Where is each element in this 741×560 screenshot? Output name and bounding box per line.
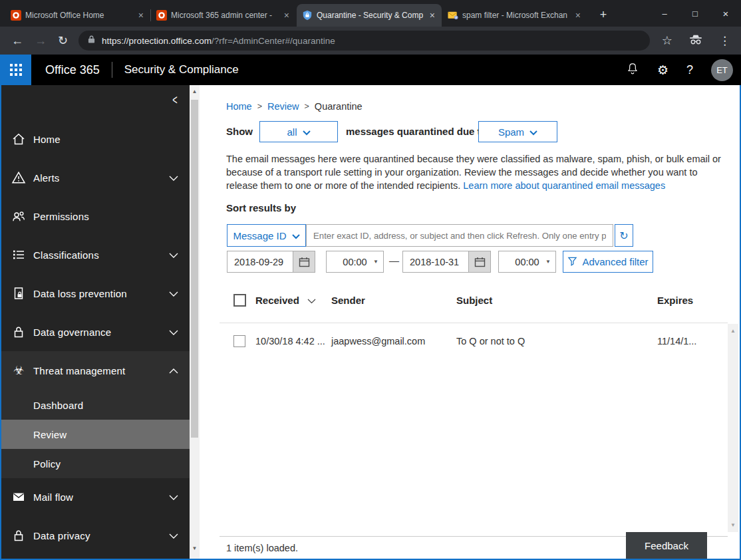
row-checkbox[interactable] <box>233 335 245 347</box>
sidebar-item-alerts[interactable]: Alerts <box>0 163 190 192</box>
sidebar-item-home[interactable]: Home <box>0 124 190 154</box>
calendar-icon[interactable] <box>293 251 315 273</box>
column-header-subject[interactable]: Subject <box>456 295 492 306</box>
advanced-filter-label: Advanced filter <box>582 256 648 267</box>
browser-tab-office-home[interactable]: Microsoft Office Home × <box>5 4 150 27</box>
column-header-expires[interactable]: Expires <box>657 295 693 306</box>
collapse-nav-icon[interactable]: < <box>172 93 177 108</box>
sidebar-item-review-selected[interactable]: Review <box>0 420 190 449</box>
bookmark-star-icon[interactable]: ☆ <box>662 35 672 47</box>
refresh-icon: ↻ <box>619 229 628 242</box>
scroll-up-icon[interactable]: ▲ <box>728 328 738 334</box>
table-scrollbar[interactable]: ▲ ▼ <box>728 324 738 532</box>
forward-button[interactable]: → <box>35 35 47 47</box>
tab-title: Microsoft Office Home <box>25 11 133 20</box>
sidebar-item-threat-management[interactable]: ☣ Threat management <box>0 356 190 385</box>
select-all-checkbox[interactable] <box>233 294 246 307</box>
chevron-down-icon <box>169 529 178 541</box>
url-host: https://protection.office.com <box>102 36 212 46</box>
back-button[interactable]: ← <box>11 35 23 47</box>
browser-menu-icon[interactable]: ⋮ <box>719 35 730 47</box>
sidebar-item-label: Home <box>33 134 61 145</box>
avatar[interactable]: ET <box>711 59 733 81</box>
due-to-dropdown[interactable]: Spam <box>478 121 557 142</box>
app-launcher-button[interactable] <box>0 55 31 85</box>
learn-more-link[interactable]: Learn more about quarantined email messa… <box>463 180 665 191</box>
sidebar-item-data-privacy[interactable]: Data privacy <box>0 521 190 550</box>
tab-close-icon[interactable]: × <box>137 10 145 21</box>
browser-tab-quarantine-active[interactable]: Quarantine - Security & Comp × <box>297 4 442 27</box>
sidebar-item-label: Alerts <box>33 172 60 184</box>
alert-triangle-icon <box>11 170 27 186</box>
chevron-down-icon <box>529 126 537 138</box>
cell-received: 10/30/18 4:42 ... <box>255 336 325 347</box>
brand-title[interactable]: Office 365 <box>45 63 100 77</box>
tab-title: Microsoft 365 admin center - <box>171 11 279 20</box>
reload-button[interactable]: ↻ <box>58 35 68 47</box>
sidebar-item-permissions[interactable]: Permissions <box>0 202 190 231</box>
sidebar-item-label: Data privacy <box>33 530 90 541</box>
sort-field-dropdown[interactable]: Message ID <box>227 224 306 247</box>
show-dropdown-value: all <box>287 126 297 138</box>
minimize-button[interactable]: – <box>649 0 680 27</box>
sidebar-item-data-governance[interactable]: Data governance <box>0 317 190 347</box>
tab-close-icon[interactable]: × <box>283 10 291 21</box>
time-from-select[interactable]: 00:00 ▼ <box>326 251 384 273</box>
quarantined-due-label: messages quarantined due to <box>346 126 487 137</box>
incognito-icon <box>688 34 703 48</box>
cell-subject: To Q or not to Q <box>456 336 525 347</box>
sort-field-value: Message ID <box>233 230 286 241</box>
sidebar-item-classifications[interactable]: Classifications <box>0 240 190 269</box>
padlock-icon <box>11 324 27 340</box>
show-dropdown[interactable]: all <box>259 121 338 142</box>
help-icon[interactable]: ? <box>686 64 693 76</box>
close-window-button[interactable]: × <box>710 0 741 27</box>
column-header-label: Received <box>255 295 299 306</box>
sidebar-item-policy[interactable]: Policy <box>0 449 190 478</box>
column-header-sender[interactable]: Sender <box>331 295 365 306</box>
browser-tab-spam-filter[interactable]: spam filter - Microsoft Exchan × <box>442 4 587 27</box>
settings-gear-icon[interactable]: ⚙ <box>657 64 668 76</box>
sidebar-item-label: Threat management <box>33 365 125 376</box>
sort-chevron-icon <box>307 299 316 304</box>
notifications-bell-icon[interactable] <box>626 61 639 78</box>
calendar-icon[interactable] <box>469 251 491 273</box>
feedback-button[interactable]: Feedback <box>626 532 707 559</box>
chevron-down-icon <box>169 287 178 299</box>
refresh-button[interactable]: ↻ <box>615 224 633 247</box>
sidebar-item-data-loss-prevention[interactable]: Data loss prevention <box>0 279 190 308</box>
chevron-down-icon <box>169 326 178 338</box>
sidebar-scrollbar[interactable]: ▲ ▼ <box>190 85 200 560</box>
time-to-select[interactable]: 00:00 ▼ <box>498 251 556 273</box>
sidebar-item-dashboard[interactable]: Dashboard <box>0 390 190 420</box>
office-logo-icon <box>156 10 167 21</box>
breadcrumb-review-link[interactable]: Review <box>267 101 299 112</box>
tab-close-icon[interactable]: × <box>428 10 436 21</box>
new-tab-button[interactable]: + <box>594 5 613 24</box>
url-text: https://protection.office.com/?rfr=Admin… <box>102 36 335 46</box>
office-logo-icon <box>11 10 21 21</box>
date-to-input[interactable] <box>402 251 469 273</box>
scroll-up-icon[interactable]: ▲ <box>190 88 200 94</box>
breadcrumb-separator: > <box>257 102 262 111</box>
breadcrumb-separator: > <box>305 102 309 111</box>
scrollbar-thumb[interactable] <box>191 100 198 438</box>
address-bar[interactable]: https://protection.office.com/?rfr=Admin… <box>78 31 650 51</box>
tab-close-icon[interactable]: × <box>574 10 582 21</box>
home-icon <box>11 131 27 147</box>
people-icon <box>11 208 27 224</box>
browser-tab-admin-center[interactable]: Microsoft 365 admin center - × <box>151 4 296 27</box>
search-input[interactable] <box>306 224 613 247</box>
scroll-down-icon[interactable]: ▼ <box>190 545 200 551</box>
items-loaded-status: 1 item(s) loaded. <box>226 543 298 553</box>
maximize-button[interactable]: □ <box>680 0 710 27</box>
scroll-down-icon[interactable]: ▼ <box>728 522 738 528</box>
column-header-received[interactable]: Received <box>255 295 316 306</box>
cell-sender: jaapwess@gmail.com <box>331 336 425 347</box>
date-from-input[interactable] <box>227 251 293 273</box>
sidebar-item-mail-flow[interactable]: Mail flow <box>0 482 190 511</box>
left-navigation: < Home Alerts Permissions Classification… <box>0 85 190 560</box>
advanced-filter-button[interactable]: Advanced filter <box>563 251 653 273</box>
header-divider <box>112 62 112 78</box>
breadcrumb-home-link[interactable]: Home <box>226 101 252 112</box>
